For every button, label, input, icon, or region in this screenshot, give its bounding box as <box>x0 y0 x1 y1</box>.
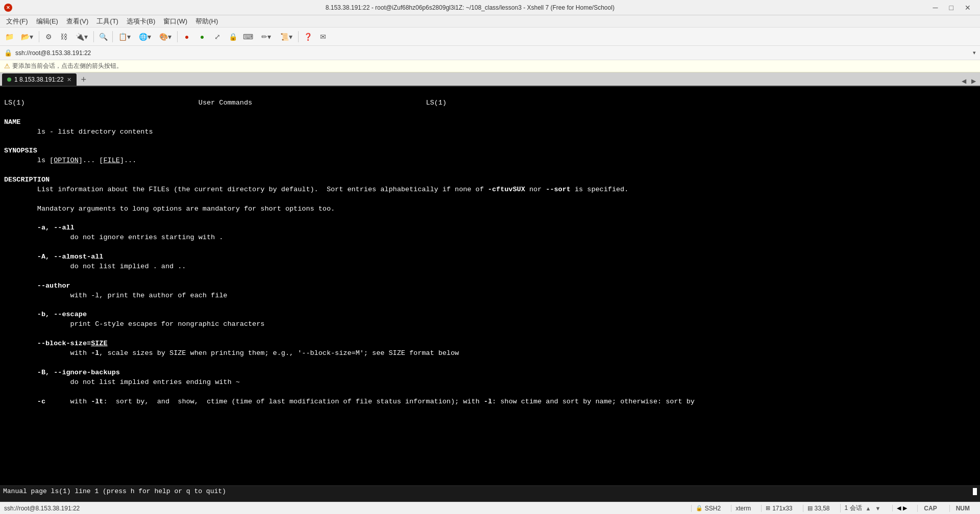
status-size-segment: ⊞ 171x33 <box>761 505 796 512</box>
toolbar-compose-button[interactable]: ✉ <box>316 30 330 44</box>
address-bar: 🔒 ssh://root@8.153.38.191:22 ▾ <box>0 46 980 60</box>
terminal-section-name: NAME ls - list directory contents SYNOPS… <box>4 118 695 405</box>
toolbar-new-button[interactable]: 📁 <box>2 30 16 44</box>
window-controls: ─ □ ✕ <box>928 3 976 13</box>
status-right-button[interactable]: ▶ <box>903 505 907 511</box>
menu-view[interactable]: 查看(V) <box>62 16 92 27</box>
terminal-cursor <box>973 488 977 495</box>
terminal[interactable]: LS(1) User Commands LS(1) NAME ls - list… <box>0 87 980 485</box>
terminal-status-text: Manual page ls(1) line 1 (press h for he… <box>3 487 973 495</box>
toolbar-transfer-dropdown[interactable]: 📋▾ <box>115 30 134 44</box>
session-hint-icon: ⚠ <box>4 62 10 70</box>
status-left-button[interactable]: ◀ <box>897 505 901 511</box>
menu-edit[interactable]: 编辑(E) <box>32 16 62 27</box>
status-ssh-label: SSH2 <box>705 505 721 512</box>
status-pos-icon: ▤ <box>807 505 813 511</box>
toolbar-reconnect-dropdown[interactable]: 🔌▾ <box>72 30 91 44</box>
cap-label: CAP <box>922 505 939 512</box>
toolbar-color-dropdown[interactable]: 🎨▾ <box>156 30 175 44</box>
terminal-header: LS(1) User Commands LS(1) <box>4 99 447 107</box>
status-num-segment: NUM <box>949 505 976 512</box>
title-bar: ✕ 8.153.38.191:22 - root@iZuf68hz06p6s28… <box>0 0 980 15</box>
toolbar-green-button[interactable]: ● <box>195 30 209 44</box>
toolbar-find-button[interactable]: 🔍 <box>96 30 110 44</box>
tab-bar: 1 8.153.38.191:22 ✕ + ◀ ▶ <box>0 72 980 87</box>
tab-session-1[interactable]: 1 8.153.38.191:22 ✕ <box>2 73 77 86</box>
menu-tools[interactable]: 工具(T) <box>92 16 122 27</box>
tab-status-dot <box>7 78 11 82</box>
terminal-padding <box>0 497 980 502</box>
status-pos-label: 33,58 <box>815 505 830 512</box>
num-label: NUM <box>954 505 972 512</box>
menu-window[interactable]: 窗口(W) <box>159 16 191 27</box>
toolbar-properties-button[interactable]: ⚙ <box>41 30 56 44</box>
tab-close-button[interactable]: ✕ <box>67 76 71 83</box>
tab-add-button[interactable]: + <box>78 73 90 86</box>
status-size-icon: ⊞ <box>766 505 770 511</box>
status-term-segment: xterm <box>731 505 755 512</box>
status-size-label: 171x33 <box>772 505 792 512</box>
close-button[interactable]: ✕ <box>960 3 976 13</box>
terminal-status-line: Manual page ls(1) line 1 (press h for he… <box>0 485 980 497</box>
address-text: ssh://root@8.153.38.191:22 <box>15 49 970 57</box>
address-lock-icon: 🔒 <box>4 49 12 57</box>
maximize-button[interactable]: □ <box>944 3 959 13</box>
menu-tabs[interactable]: 选项卡(B) <box>122 16 159 27</box>
menu-help[interactable]: 帮助(H) <box>191 16 222 27</box>
status-session-segment: 1 会话 ▲ ▼ <box>840 504 887 512</box>
toolbar-help-button[interactable]: ❓ <box>301 30 315 44</box>
status-lock-icon: 🔒 <box>696 505 703 511</box>
toolbar-browser-dropdown[interactable]: 🌐▾ <box>135 30 155 44</box>
tab-nav: ◀ ▶ <box>960 76 978 86</box>
toolbar-separator-5 <box>298 31 299 42</box>
status-session-label: 1 会话 <box>845 504 862 512</box>
status-session-arrows: ▲ ▼ <box>864 505 883 512</box>
tab-scroll-left[interactable]: ◀ <box>960 76 968 86</box>
status-cap-segment: CAP <box>917 505 943 512</box>
toolbar-separator-2 <box>93 31 94 42</box>
toolbar-disconnect-button[interactable]: ⛓ <box>57 30 71 44</box>
toolbar-separator-4 <box>177 31 178 42</box>
session-up-button[interactable]: ▲ <box>864 505 873 512</box>
address-dropdown-button[interactable]: ▾ <box>973 49 976 56</box>
menu-file[interactable]: 文件(F) <box>2 16 32 27</box>
toolbar-script-dropdown[interactable]: 📜▾ <box>277 30 296 44</box>
minimize-button[interactable]: ─ <box>928 3 943 13</box>
toolbar: 📁 📂▾ ⚙ ⛓ 🔌▾ 🔍 📋▾ 🌐▾ 🎨▾ ● ● ⤢ 🔒 ⌨ ✏▾ 📜▾ ❓… <box>0 28 980 46</box>
toolbar-separator-1 <box>39 31 39 42</box>
status-term-label: xterm <box>736 505 751 512</box>
window-title: 8.153.38.191:22 - root@iZuf68hz06p6s2809… <box>12 4 928 11</box>
toolbar-resize-button[interactable]: ⤢ <box>210 30 225 44</box>
status-nav-segment: ◀ ▶ <box>892 505 911 511</box>
toolbar-open-dropdown[interactable]: 📂▾ <box>17 30 37 44</box>
session-hint-bar: ⚠ 要添加当前会话，点击左侧的箭头按钮。 <box>0 60 980 72</box>
status-ssh-segment: 🔒 SSH2 <box>691 505 725 512</box>
toolbar-keyboard-button[interactable]: ⌨ <box>241 30 255 44</box>
tab-scroll-right[interactable]: ▶ <box>969 76 978 86</box>
toolbar-lock-button[interactable]: 🔒 <box>226 30 240 44</box>
toolbar-edit-dropdown[interactable]: ✏▾ <box>256 30 276 44</box>
status-connection-text: ssh://root@8.153.38.191:22 <box>4 505 685 512</box>
toolbar-separator-3 <box>112 31 113 42</box>
menu-bar: 文件(F) 编辑(E) 查看(V) 工具(T) 选项卡(B) 窗口(W) 帮助(… <box>0 15 980 28</box>
toolbar-red-button[interactable]: ● <box>180 30 194 44</box>
status-pos-segment: ▤ 33,58 <box>803 505 834 512</box>
tab-label: 1 8.153.38.191:22 <box>14 76 64 83</box>
session-down-button[interactable]: ▼ <box>873 505 882 512</box>
status-bar: ssh://root@8.153.38.191:22 🔒 SSH2 xterm … <box>0 502 980 514</box>
session-hint-text: 要添加当前会话，点击左侧的箭头按钮。 <box>12 62 122 70</box>
